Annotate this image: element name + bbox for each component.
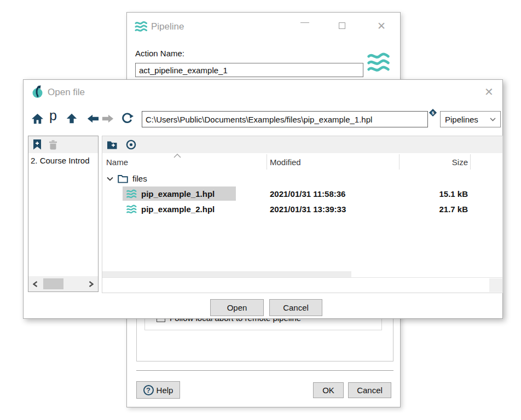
open-file-dialog: Open file ✕ p $ Pipelines <box>23 79 503 319</box>
scrollbar-corner <box>489 278 502 292</box>
table-footer-strip <box>102 277 502 293</box>
pipeline-waves-icon-large <box>367 51 391 74</box>
home-icon[interactable] <box>31 113 44 125</box>
bookmarks-toolbar <box>28 136 98 153</box>
add-bookmark-icon[interactable] <box>33 139 42 150</box>
open-button-label: Open <box>227 303 247 312</box>
file-browser-toolbar <box>102 136 502 153</box>
pipeline-cancel-button[interactable]: Cancel <box>348 382 391 398</box>
pipeline-file-icon <box>126 205 137 214</box>
file-name: pip_example_2.hpl <box>141 205 215 214</box>
table-header-row: Name Modified Size <box>102 153 502 171</box>
file-size: 21.7 kB <box>409 205 468 214</box>
scroll-left-icon[interactable] <box>33 281 38 287</box>
action-name-input[interactable] <box>135 63 363 77</box>
delete-bookmark-icon[interactable] <box>49 140 57 150</box>
file-name: pip_example_1.hpl <box>141 189 215 199</box>
bookmarks-hscrollbar[interactable] <box>28 276 98 291</box>
hop-drop-icon <box>31 85 44 99</box>
folder-row-files[interactable]: files <box>102 171 502 186</box>
open-cancel-button[interactable]: Cancel <box>269 299 322 316</box>
file-path-input[interactable] <box>142 111 428 127</box>
pipeline-cancel-button-label: Cancel <box>357 386 383 395</box>
bottom-separator <box>136 370 393 371</box>
column-separator[interactable] <box>399 154 400 170</box>
pipeline-file-icon <box>126 189 137 199</box>
column-header-modified[interactable]: Modified <box>270 158 301 167</box>
file-modified: 2021/01/31 11:58:36 <box>270 189 345 199</box>
forward-arrow-icon[interactable] <box>102 113 114 124</box>
column-separator[interactable] <box>470 154 471 170</box>
table-hscroll-thumb[interactable] <box>102 271 351 277</box>
chevron-down-icon <box>490 118 496 121</box>
column-header-name[interactable]: Name <box>106 158 128 167</box>
file-size: 15.1 kB <box>409 189 468 199</box>
table-hscrollbar[interactable] <box>102 271 502 277</box>
file-browser-panel: Name Modified Size files <box>102 136 503 293</box>
folder-icon <box>118 174 128 183</box>
file-modified: 2021/01/31 13:39:33 <box>270 205 346 214</box>
help-icon: ? <box>143 385 154 395</box>
scroll-thumb[interactable] <box>43 278 63 289</box>
open-button[interactable]: Open <box>210 299 264 316</box>
back-arrow-icon[interactable] <box>87 113 99 124</box>
pipeline-waves-icon <box>135 21 148 33</box>
tree-expand-icon[interactable] <box>107 177 113 181</box>
sort-asc-icon <box>173 154 181 158</box>
file-row[interactable]: pip_example_2.hpl 2021/01/31 13:39:33 21… <box>102 202 502 217</box>
maximize-icon[interactable] <box>339 22 345 29</box>
open-dialog-title: Open file <box>48 87 85 98</box>
pipeline-close-icon[interactable]: ✕ <box>377 21 386 31</box>
variable-icon[interactable]: $ <box>429 108 437 117</box>
help-button-label: Help <box>157 386 173 395</box>
scroll-right-icon[interactable] <box>89 281 94 287</box>
new-folder-icon[interactable] <box>107 140 118 149</box>
open-cancel-button-label: Cancel <box>283 303 309 312</box>
action-name-label: Action Name: <box>135 49 184 58</box>
bookmarks-panel: 2. Course Introd <box>28 136 99 292</box>
bookmark-item[interactable]: 2. Course Introd <box>28 154 98 167</box>
project-home-icon[interactable]: p <box>49 109 57 122</box>
ok-button-label: OK <box>322 386 334 395</box>
ok-button[interactable]: OK <box>313 382 344 398</box>
show-hidden-eye-icon[interactable] <box>126 139 136 150</box>
file-type-dropdown-value: Pipelines <box>445 115 478 124</box>
file-row-selected[interactable]: pip_example_1.hpl 2021/01/31 11:58:36 15… <box>102 186 502 201</box>
minimize-icon[interactable] <box>300 22 309 23</box>
up-arrow-icon[interactable] <box>66 113 78 125</box>
open-close-icon[interactable]: ✕ <box>484 86 494 97</box>
pipeline-dialog-title: Pipeline <box>151 21 184 32</box>
file-type-dropdown[interactable]: Pipelines <box>440 111 501 127</box>
column-separator[interactable] <box>267 154 267 170</box>
column-header-size[interactable]: Size <box>409 158 468 167</box>
svg-text:$: $ <box>432 110 435 115</box>
help-button[interactable]: ? Help <box>136 381 180 399</box>
folder-name-label: files <box>132 174 147 183</box>
refresh-icon[interactable] <box>121 112 134 125</box>
